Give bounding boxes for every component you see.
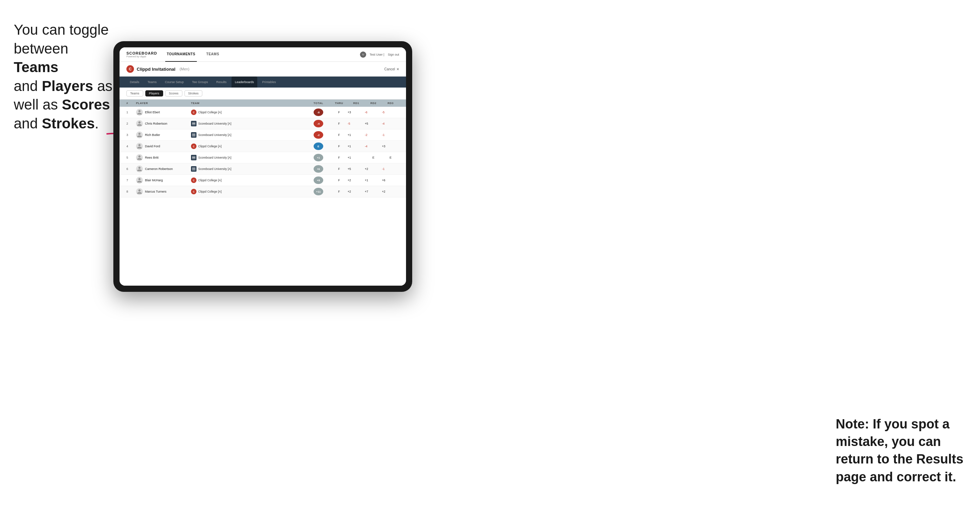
player-name: Rees Britt	[145, 156, 159, 159]
toggle-teams[interactable]: Teams	[126, 90, 143, 97]
tab-printables[interactable]: Printables	[259, 76, 279, 87]
tournament-name: Clippd Invitational	[137, 67, 175, 72]
team-logo-sb	[191, 166, 196, 171]
team-logo-clippd: C	[191, 110, 196, 115]
team-logo-sb	[191, 121, 196, 126]
thru-val: F	[331, 122, 348, 125]
team-logo-sb	[191, 132, 196, 138]
player-cell: Rees Britt	[136, 154, 191, 161]
player-cell: Chris Robertson	[136, 120, 191, 127]
player-name: Cameron Robertson	[145, 167, 173, 171]
tab-results[interactable]: Results	[213, 76, 230, 87]
team-name: Clippd College [A]	[198, 179, 221, 182]
total-cell: +6	[306, 165, 331, 173]
table-row[interactable]: 2 Chris Robertson Scoreboard University …	[119, 118, 406, 129]
table-body: 1 Elliot Ebert C Clippd College [A] -8 F…	[119, 107, 406, 197]
player-cell: Elliot Ebert	[136, 109, 191, 116]
player-avatar	[136, 143, 143, 150]
thru-val: F	[331, 111, 348, 114]
rank-num: 8	[126, 190, 136, 193]
total-cell: +9	[306, 176, 331, 184]
logo-text: SCOREBOARD	[126, 51, 157, 55]
team-name: Clippd College [A]	[198, 111, 221, 114]
score-badge: -8	[313, 108, 323, 116]
score-badge: +1	[313, 154, 323, 161]
user-avatar: U	[360, 51, 366, 58]
player-cell: David Ford	[136, 143, 191, 150]
team-cell: C Clippd College [A]	[191, 189, 306, 194]
player-name: Elliot Ebert	[145, 111, 160, 114]
team-name: Clippd College [A]	[198, 190, 221, 193]
player-cell: Rich Butler	[136, 132, 191, 138]
toggle-strokes[interactable]: Strokes	[185, 90, 203, 97]
table-row[interactable]: 5 Rees Britt Scoreboard University [A] +…	[119, 152, 406, 163]
score-badge: -4	[313, 120, 323, 127]
table-row[interactable]: 7 Blair McHarg C Clippd College [A] +9 F…	[119, 175, 406, 186]
rank-num: 5	[126, 156, 136, 159]
total-cell: E	[306, 143, 331, 150]
team-cell: Scoreboard University [A]	[191, 155, 306, 160]
score-badge: +9	[313, 176, 323, 184]
player-avatar	[136, 132, 143, 138]
top-nav: SCOREBOARD Powered by clippd TOURNAMENTS…	[119, 48, 406, 62]
team-logo-clippd: C	[191, 178, 196, 183]
player-avatar	[136, 109, 143, 116]
score-badge: +11	[313, 188, 323, 195]
thru-val: F	[331, 144, 348, 148]
player-avatar	[136, 165, 143, 172]
tab-course-setup[interactable]: Course Setup	[161, 76, 187, 87]
player-avatar	[136, 154, 143, 161]
sign-out[interactable]: Sign out	[388, 53, 399, 56]
total-cell: -2	[306, 131, 331, 139]
user-label: Test User |	[370, 53, 384, 56]
table-row[interactable]: 4 David Ford C Clippd College [A] E F +1…	[119, 141, 406, 152]
total-cell: -8	[306, 108, 331, 116]
rank-num: 4	[126, 144, 136, 148]
annotation-text: You can togglebetween Teamsand Players a…	[14, 22, 112, 132]
col-rd2: RD2	[365, 102, 382, 105]
tournament-logo: C	[126, 65, 134, 73]
player-cell: Marcus Turners	[136, 188, 191, 195]
player-name: Blair McHarg	[145, 179, 163, 182]
table-row[interactable]: 3 Rich Butler Scoreboard University [A] …	[119, 129, 406, 141]
tab-tee-groups[interactable]: Tee Groups	[189, 76, 212, 87]
team-cell: Scoreboard University [A]	[191, 121, 306, 126]
team-cell: C Clippd College [A]	[191, 110, 306, 115]
left-annotation: You can togglebetween Teamsand Players a…	[14, 21, 113, 133]
team-name: Scoreboard University [A]	[198, 133, 231, 137]
score-badge: -2	[313, 131, 323, 139]
col-rank: #	[126, 102, 136, 105]
table-row[interactable]: 1 Elliot Ebert C Clippd College [A] -8 F…	[119, 107, 406, 118]
toggle-scores[interactable]: Scores	[165, 90, 182, 97]
total-cell: -4	[306, 120, 331, 127]
player-avatar	[136, 188, 143, 195]
tab-leaderboards[interactable]: Leaderboards	[232, 76, 258, 87]
leaderboard-table: # PLAYER TEAM TOTAL THRU RD1 RD2 RD3 1 E…	[119, 100, 406, 286]
tournament-header: C Clippd Invitational (Men) Cancel ✕	[119, 62, 406, 76]
tablet-frame: SCOREBOARD Powered by clippd TOURNAMENTS…	[113, 41, 412, 292]
thru-val: F	[331, 190, 348, 193]
player-cell: Blair McHarg	[136, 177, 191, 184]
tournament-gender: (Men)	[180, 67, 189, 71]
player-avatar	[136, 120, 143, 127]
table-row[interactable]: 8 Marcus Turners C Clippd College [A] +1…	[119, 186, 406, 197]
team-cell: C Clippd College [A]	[191, 143, 306, 149]
player-name: Chris Robertson	[145, 122, 167, 125]
col-rd3: RD3	[382, 102, 399, 105]
rank-num: 2	[126, 122, 136, 125]
nav-tournaments[interactable]: TOURNAMENTS	[165, 48, 196, 62]
toggle-players[interactable]: Players	[145, 90, 163, 97]
thru-val: F	[331, 179, 348, 182]
col-team: TEAM	[191, 102, 306, 105]
table-row[interactable]: 6 Cameron Robertson Scoreboard Universit…	[119, 163, 406, 175]
cancel-button[interactable]: Cancel ✕	[384, 67, 399, 71]
tournament-title-area: C Clippd Invitational (Men)	[126, 65, 189, 73]
team-name: Scoreboard University [A]	[198, 167, 231, 171]
tab-teams[interactable]: Teams	[144, 76, 161, 87]
nav-teams[interactable]: TEAMS	[205, 48, 221, 62]
toggle-bar: Teams Players Scores Strokes	[119, 87, 406, 100]
tab-details[interactable]: Details	[126, 76, 143, 87]
total-cell: +1	[306, 154, 331, 161]
team-name: Scoreboard University [A]	[198, 122, 231, 125]
table-header: # PLAYER TEAM TOTAL THRU RD1 RD2 RD3	[119, 100, 406, 107]
